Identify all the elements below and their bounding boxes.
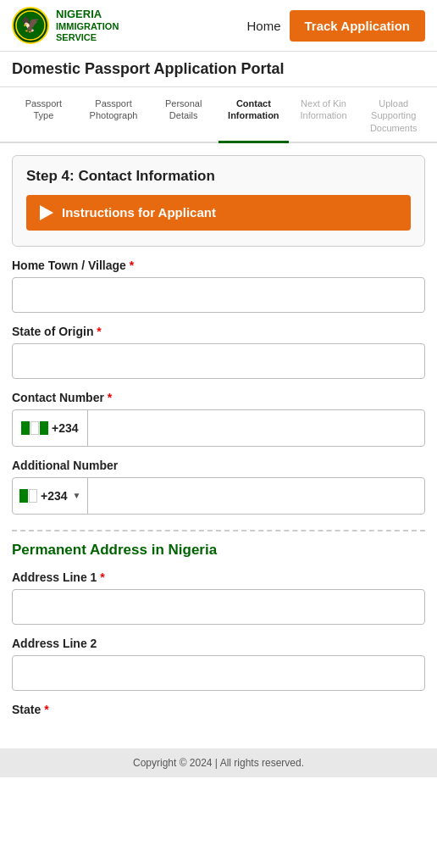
main-content: Step 4: Contact Information Instructions… [0,143,437,740]
state-label: State * [12,703,425,716]
step-contact-info[interactable]: ContactInformation [218,94,289,143]
contact-flag-code: +234 [13,410,88,446]
steps-nav: PassportType PassportPhotograph Personal… [0,87,437,143]
header-nav: Home Track Application [247,10,426,42]
page-title-bar: Domestic Passport Application Portal [0,52,437,87]
flag-left-green [21,421,30,435]
home-link[interactable]: Home [247,19,281,33]
step-box: Step 4: Contact Information Instructions… [12,155,425,247]
logo-line3: SERVICE [56,32,119,43]
instructions-label: Instructions for Applicant [62,205,216,220]
dropdown-arrow-icon: ▼ [73,491,81,500]
logo-text: NIGERIA IMMIGRATION SERVICE [56,8,119,43]
instructions-banner[interactable]: Instructions for Applicant [26,195,411,231]
additional-number-wrap: +234 ▼ [12,477,425,515]
step-upload-docs[interactable]: UploadSupportingDocuments [358,94,429,143]
flag-white-center [30,421,39,435]
state-of-origin-group: State of Origin * [12,325,425,379]
contact-number-label: Contact Number * [12,391,425,404]
contact-number-required: * [108,391,112,404]
additional-nigeria-flag [19,489,37,503]
step-personal-details[interactable]: PersonalDetails [148,94,218,143]
logo-line2: IMMIGRATION [56,21,119,32]
address2-group: Address Line 2 [12,637,425,691]
home-town-required: * [130,259,134,272]
logo-area: 🦅 NIGERIA IMMIGRATION SERVICE [12,7,119,44]
home-town-input[interactable] [12,277,425,313]
additional-number-input[interactable] [88,489,424,503]
step-passport-photo[interactable]: PassportPhotograph [79,94,149,143]
track-application-button[interactable]: Track Application [290,10,425,42]
contact-number-input[interactable] [88,421,424,435]
address1-label: Address Line 1 * [12,570,425,584]
state-of-origin-input[interactable] [12,343,425,379]
additional-country-code: +234 [41,489,68,503]
address1-input[interactable] [12,589,425,625]
additional-number-group: Additional Number +234 ▼ [12,459,425,515]
header: 🦅 NIGERIA IMMIGRATION SERVICE Home Track… [0,0,437,52]
svg-text:🦅: 🦅 [21,15,41,34]
state-of-origin-label: State of Origin * [12,325,425,338]
address-divider [12,530,425,531]
contact-number-group: Contact Number * +234 [12,391,425,447]
state-required: * [44,703,48,716]
footer-text: Copyright © 2024 | All rights reserved. [133,757,304,769]
address1-group: Address Line 1 * [12,570,425,625]
step-next-of-kin[interactable]: Next of KinInformation [289,94,359,143]
logo-line1: NIGERIA [56,8,119,21]
nigeria-flag [21,421,48,435]
flag-right-green [40,421,48,435]
address2-input[interactable] [12,655,425,691]
address1-required: * [100,570,104,584]
step-passport-type[interactable]: PassportType [8,94,79,143]
contact-country-code: +234 [52,421,79,435]
add-flag-left [19,489,28,503]
play-icon [40,205,53,220]
step-box-title: Step 4: Contact Information [26,168,411,185]
contact-number-wrap: +234 [12,409,425,447]
permanent-address-heading: Permanent Address in Nigeria [12,542,425,559]
add-flag-white [29,489,37,503]
home-town-group: Home Town / Village * [12,259,425,313]
logo-emblem: 🦅 [12,7,49,44]
footer: Copyright © 2024 | All rights reserved. [0,748,437,777]
address2-label: Address Line 2 [12,637,425,650]
contact-form: Home Town / Village * State of Origin * … [12,259,425,716]
additional-flag-code[interactable]: +234 ▼ [13,478,88,514]
home-town-label: Home Town / Village * [12,259,425,272]
state-group: State * [12,703,425,716]
additional-number-label: Additional Number [12,459,425,472]
page-title: Domestic Passport Application Portal [12,60,425,78]
state-of-origin-required: * [97,325,101,338]
